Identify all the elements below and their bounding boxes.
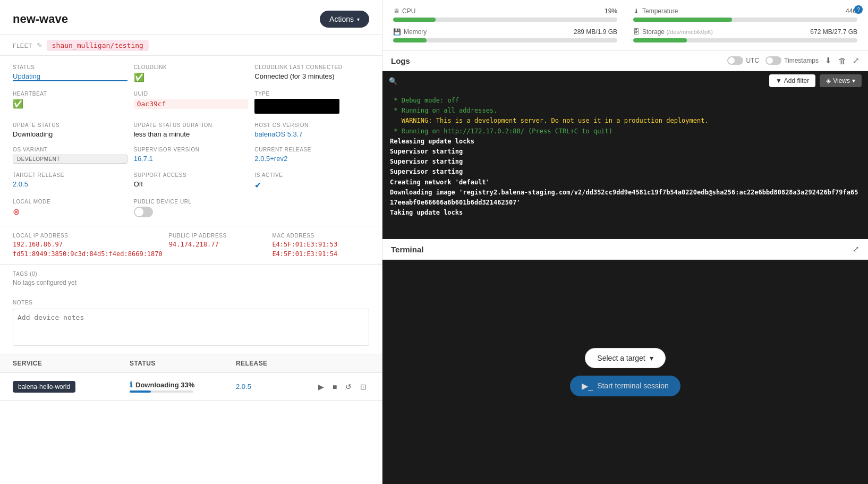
views-button[interactable]: ◈ Views ▾: [820, 74, 862, 87]
col-release-header: Release: [236, 360, 316, 367]
views-chevron-icon: ▾: [852, 77, 855, 84]
utc-toggle[interactable]: [727, 56, 743, 65]
progress-bar-fill: [130, 390, 151, 393]
service-restart-button[interactable]: ↺: [343, 381, 354, 392]
storage-stat-row: 🗄 Storage (/dev/mmcblk0p6) 672 MB/27.7 G…: [633, 28, 857, 43]
fleet-section: FLEET ✎ shaun_mulligan/testing: [0, 35, 382, 56]
select-target-chevron-icon: ▾: [650, 354, 653, 362]
logs-header: Logs UTC Timestamps ⬇ 🗑 ⤢: [382, 50, 868, 71]
mac1-value: E4:5F:01:E3:91:53: [272, 241, 369, 248]
expand-logs-button[interactable]: ⤢: [853, 56, 860, 65]
cpu-stat-header: 🖥 CPU 19%: [393, 7, 617, 15]
uuid-label: UUID: [134, 91, 249, 97]
service-actions-cell: ▶ ■ ↺ ⊡: [316, 381, 369, 392]
temp-bar-fill: [633, 18, 732, 22]
notes-label: NOTES: [13, 300, 369, 305]
fleet-tag[interactable]: shaun_mulligan/testing: [47, 40, 149, 51]
update-status-label: UPDATE STATUS: [13, 122, 127, 128]
filter-icon: ▼: [776, 77, 782, 84]
storage-bar-bg: [633, 38, 857, 43]
mac2-value: E4:5F:01:E3:91:54: [272, 250, 369, 258]
cloudlink-last-value: Connected (for 3 minutes): [254, 72, 369, 80]
download-logs-button[interactable]: ⬇: [825, 56, 832, 65]
service-release-value[interactable]: 2.0.5: [236, 383, 251, 390]
public-ip-label: PUBLIC IP ADDRESS: [169, 233, 266, 239]
add-filter-button[interactable]: ▼ Add filter: [769, 74, 815, 87]
current-release-label: CURRENT RELEASE: [254, 147, 369, 152]
public-url-toggle[interactable]: [134, 207, 153, 217]
cpu-label: 🖥 CPU: [393, 7, 415, 15]
tags-empty: No tags configured yet: [13, 279, 369, 286]
notes-input[interactable]: [13, 309, 369, 346]
cloudlink-label: CLOUDLINK: [134, 64, 249, 70]
service-logs-button[interactable]: ⊡: [358, 381, 369, 392]
target-release-cell: TARGET RELEASE 2.0.5: [13, 172, 127, 190]
cpu-value: 19%: [605, 7, 617, 15]
edit-icon[interactable]: ✎: [37, 41, 42, 49]
chevron-down-icon: ▾: [357, 16, 360, 22]
cloudlink-check-icon: ✅: [134, 72, 249, 82]
status-label: STATUS: [13, 64, 127, 70]
host-os-label: HOST OS VERSION: [254, 122, 369, 128]
terminal-panel: Terminal ⤢ Select a target ▾ ▶_ Start te…: [382, 239, 868, 484]
service-name-cell: balena-hello-world: [13, 381, 130, 393]
service-release-cell: 2.0.5: [236, 383, 316, 390]
service-stop-button[interactable]: ■: [330, 381, 339, 392]
memory-icon: 💾: [393, 28, 401, 36]
storage-stat-header: 🗄 Storage (/dev/mmcblk0p6) 672 MB/27.7 G…: [633, 28, 857, 36]
update-duration-cell: UPDATE STATUS DURATION less than a minut…: [134, 122, 249, 138]
clear-logs-button[interactable]: 🗑: [838, 56, 846, 65]
mac-cell: MAC ADDRESS E4:5F:01:E3:91:53 E4:5F:01:E…: [272, 233, 369, 258]
tags-section: TAGS (0) No tags configured yet: [0, 265, 382, 293]
is-active-icon: ✔: [254, 180, 369, 190]
host-os-value[interactable]: balenaOS 5.3.7: [254, 130, 369, 138]
table-row: balena-hello-world ℹ Downloading 33% 2.0…: [0, 373, 382, 401]
public-ip-value: 94.174.218.77: [169, 241, 266, 248]
memory-stat-header: 💾 Memory 289 MB/1.9 GB: [393, 28, 617, 36]
service-status-cell: ℹ Downloading 33%: [130, 380, 236, 393]
progress-bar-container: [130, 390, 193, 393]
log-line: Supervisor starting: [390, 157, 861, 167]
col-status-header: Status: [130, 360, 236, 367]
target-release-value[interactable]: 2.0.5: [13, 180, 127, 188]
os-variant-label: OS VARIANT: [13, 147, 127, 152]
logs-panel: Logs UTC Timestamps ⬇ 🗑 ⤢ 🔍 ▼ Add fi: [382, 50, 868, 239]
select-target-button[interactable]: Select a target ▾: [585, 348, 665, 368]
temp-icon: 🌡: [633, 7, 640, 15]
cloudlink-cell: CLOUDLINK ✅: [134, 64, 249, 82]
terminal-expand-button[interactable]: ⤢: [853, 244, 860, 254]
temp-bar-bg: [633, 18, 857, 22]
service-play-button[interactable]: ▶: [316, 381, 326, 392]
memory-label: 💾 Memory: [393, 28, 427, 36]
log-line: Taking update locks: [390, 208, 861, 218]
start-terminal-button[interactable]: ▶_ Start terminal session: [570, 376, 680, 396]
log-line: * Running on http://172.17.0.2:80/ (Pres…: [390, 126, 861, 137]
logs-search-input[interactable]: [402, 77, 765, 85]
log-line: * Running on all addresses.: [390, 106, 861, 116]
cpu-stat-row: 🖥 CPU 19%: [393, 7, 617, 22]
cpu-bar-fill: [393, 18, 436, 22]
support-access-cell: SUPPORT ACCESS Off: [134, 172, 249, 190]
actions-button[interactable]: Actions ▾: [320, 11, 369, 28]
mac-label: MAC ADDRESS: [272, 233, 369, 239]
type-cell: TYPE: [254, 91, 369, 114]
help-badge[interactable]: ?: [854, 5, 863, 14]
uuid-value: 0ac39cf: [134, 99, 249, 109]
storage-icon: 🗄: [633, 28, 640, 36]
cloudlink-last-cell: CLOUDLINK LAST CONNECTED Connected (for …: [254, 64, 369, 82]
current-release-value[interactable]: 2.0.5+rev2: [254, 155, 369, 163]
local-ip-value: 192.168.86.97: [13, 241, 163, 248]
col-service-header: Service: [13, 360, 130, 367]
logs-controls: UTC Timestamps ⬇ 🗑 ⤢: [727, 56, 860, 65]
temp-label: 🌡 Temperature: [633, 7, 678, 15]
temp-stat-header: 🌡 Temperature 44C: [633, 7, 857, 15]
heartbeat-icon: ✅: [13, 99, 127, 109]
utc-toggle-label: UTC: [727, 56, 759, 65]
current-release-cell: CURRENT RELEASE 2.0.5+rev2: [254, 147, 369, 164]
log-line: Supervisor starting: [390, 147, 861, 157]
notes-section: NOTES: [0, 293, 382, 354]
local-ip2-value: fd51:8949:3850:9c3d:84d5:f4ed:8669:1870: [13, 250, 163, 258]
supervisor-value[interactable]: 16.7.1: [134, 155, 249, 163]
timestamps-toggle[interactable]: [765, 56, 781, 65]
terminal-body: Select a target ▾ ▶_ Start terminal sess…: [382, 260, 868, 484]
